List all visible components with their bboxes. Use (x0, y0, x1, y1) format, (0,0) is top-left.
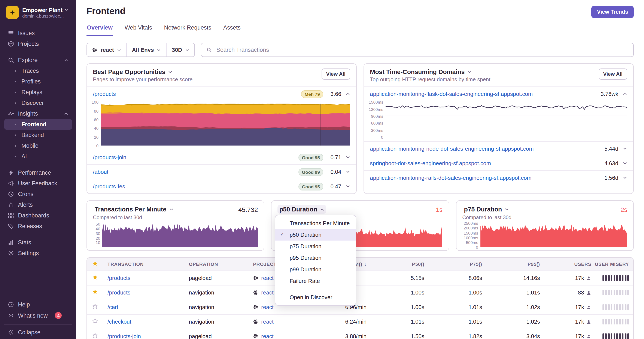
domain-row[interactable]: application-monitoring-node-dot-sales-en… (364, 141, 633, 156)
domains-view-all-button[interactable]: View All (598, 68, 627, 80)
sidebar-item-settings[interactable]: Settings (4, 248, 72, 259)
star-toggle[interactable] (92, 333, 108, 339)
col-header-p95[interactable]: P95() (482, 262, 540, 267)
view-trends-button[interactable]: View Trends (592, 6, 634, 18)
domain-row[interactable]: application-monitoring-flask-dot-sales-e… (364, 86, 633, 101)
domain-link[interactable]: springboot-dot-sales-engineering-sf.apps… (370, 160, 491, 167)
best-pages-title[interactable]: Best Page Opportunities (93, 68, 193, 75)
sidebar-item-ai[interactable]: •AI (4, 151, 72, 162)
project-link[interactable]: react (261, 333, 274, 339)
date-range-filter[interactable]: 30D (166, 43, 194, 56)
page-link[interactable]: /products-join (93, 154, 126, 161)
domain-link[interactable]: application-monitoring-rails-dot-sales-e… (370, 175, 532, 181)
tab-web-vitals[interactable]: Web Vitals (124, 22, 152, 36)
project-link[interactable]: react (261, 275, 274, 281)
domains-title[interactable]: Most Time-Consuming Domains (370, 68, 490, 75)
sidebar-item-collapse[interactable]: Collapse (4, 325, 72, 336)
sidebar-item-backend[interactable]: •Backend (4, 130, 72, 140)
sidebar-item-what-s-new[interactable]: What's new4 (4, 310, 72, 321)
col-header-users[interactable]: USERS (540, 262, 591, 267)
sidebar-item-discover[interactable]: •Discover (4, 98, 72, 108)
bullet-icon: • (14, 90, 18, 95)
chev-up-icon (64, 58, 68, 62)
project-link[interactable]: react (261, 319, 274, 325)
transaction-link[interactable]: /products (108, 275, 130, 281)
p75-chart: 2500ms2000ms1500ms1000ms500ms0 (462, 223, 627, 247)
star-toggle[interactable] (92, 318, 108, 325)
sidebar-item-label: Stats (18, 239, 31, 246)
bullet-icon: • (14, 143, 18, 148)
tab-overview[interactable]: Overview (86, 22, 113, 36)
releases-icon (8, 223, 14, 229)
project-cell: react (253, 333, 317, 339)
search-input[interactable] (216, 46, 628, 53)
sidebar-item-insights[interactable]: Insights (4, 108, 72, 119)
best-page-row[interactable]: /productsMeh 793.66 (87, 86, 356, 101)
org-switcher[interactable]: ✦ Empower Plant dominik.buszowiec... (4, 4, 72, 22)
page-link[interactable]: /products (93, 91, 116, 97)
environment-filter[interactable]: All Envs (126, 43, 166, 56)
menu-item-transactions-per-minute[interactable]: Transactions Per Minute (276, 217, 356, 229)
best-pages-view-all-button[interactable]: View All (321, 68, 350, 80)
sidebar-item-replays[interactable]: •Replays (4, 87, 72, 98)
sidebar-item-performance[interactable]: Performance (4, 167, 72, 178)
menu-item-p95-duration[interactable]: p95 Duration (276, 252, 356, 264)
col-header-transaction[interactable]: TRANSACTION (108, 262, 189, 267)
p75-metric-selector[interactable]: p75 Duration (462, 205, 511, 214)
project-link[interactable]: react (261, 304, 274, 310)
best-page-row[interactable]: /products-joinGood 950.71 (87, 150, 356, 164)
sidebar-item-dashboards[interactable]: Dashboards (4, 210, 72, 221)
menu-item-p50-duration[interactable]: ✓p50 Duration (276, 229, 356, 241)
sidebar-item-releases[interactable]: Releases (4, 221, 72, 232)
sidebar-item-crons[interactable]: Crons (4, 189, 72, 199)
chev-down-icon (622, 146, 627, 151)
best-page-row[interactable]: /aboutGood 990.04 (87, 164, 356, 179)
tab-network-requests[interactable]: Network Requests (164, 22, 212, 36)
search-transactions (201, 43, 634, 57)
col-header-p50[interactable]: P50() (366, 262, 424, 267)
menu-item-failure-rate[interactable]: Failure Rate (276, 275, 356, 287)
user-misery-bars (591, 275, 629, 281)
transaction-link[interactable]: /products (108, 289, 130, 296)
domain-link[interactable]: application-monitoring-flask-dot-sales-e… (370, 91, 533, 97)
sidebar-item-mobile[interactable]: •Mobile (4, 140, 72, 151)
tpm-metric-selector[interactable]: Transactions Per Minute (93, 205, 175, 214)
star-column-header[interactable] (92, 261, 108, 268)
star-toggle[interactable] (92, 289, 108, 296)
sidebar-item-label: User Feedback (18, 180, 57, 187)
page-link[interactable]: /products-fes (93, 183, 125, 190)
star-toggle[interactable] (92, 274, 108, 282)
transaction-link[interactable]: /checkout (108, 319, 131, 325)
score-badge: Good 95 (298, 183, 323, 190)
col-header-p75[interactable]: P75() (424, 262, 482, 267)
sidebar-item-explore[interactable]: Explore (4, 55, 72, 65)
col-header-user-misery[interactable]: USER MISERY (591, 262, 629, 267)
page-link[interactable]: /about (93, 169, 108, 175)
domain-row[interactable]: springboot-dot-sales-engineering-sf.apps… (364, 156, 633, 170)
domain-row[interactable]: application-monitoring-rails-dot-sales-e… (364, 170, 633, 185)
sidebar-item-traces[interactable]: •Traces (4, 65, 72, 76)
p50-metric-selector[interactable]: p50 Duration (278, 205, 326, 214)
star-toggle[interactable] (92, 304, 108, 311)
tab-assets[interactable]: Assets (223, 22, 241, 36)
chev-down-icon (346, 155, 350, 160)
sidebar-item-frontend[interactable]: •Frontend (4, 119, 72, 130)
sidebar-item-profiles[interactable]: •Profiles (4, 76, 72, 87)
transaction-link[interactable]: /products-join (108, 333, 141, 339)
project-link[interactable]: react (261, 289, 274, 296)
sidebar-item-alerts[interactable]: Alerts (4, 199, 72, 210)
sidebar-item-user-feedback[interactable]: User Feedback (4, 178, 72, 189)
domain-link[interactable]: application-monitoring-node-dot-sales-en… (370, 146, 534, 152)
sidebar-item-issues[interactable]: Issues (4, 28, 72, 38)
menu-item-p99-duration[interactable]: p99 Duration (276, 264, 356, 275)
sidebar-item-stats[interactable]: Stats (4, 237, 72, 248)
sidebar-item-help[interactable]: Help (4, 299, 72, 310)
col-header-operation[interactable]: OPERATION (189, 262, 253, 267)
sidebar-item-projects[interactable]: Projects (4, 38, 72, 49)
transaction-link[interactable]: /cart (108, 304, 118, 310)
best-page-row[interactable]: /products-fesGood 950.47 (87, 179, 356, 193)
project-filter[interactable]: react (87, 43, 126, 56)
sidebar-item-label: Issues (18, 30, 35, 36)
menu-item-open-in-discover[interactable]: Open in Discover (276, 292, 356, 303)
menu-item-p75-duration[interactable]: p75 Duration (276, 241, 356, 252)
